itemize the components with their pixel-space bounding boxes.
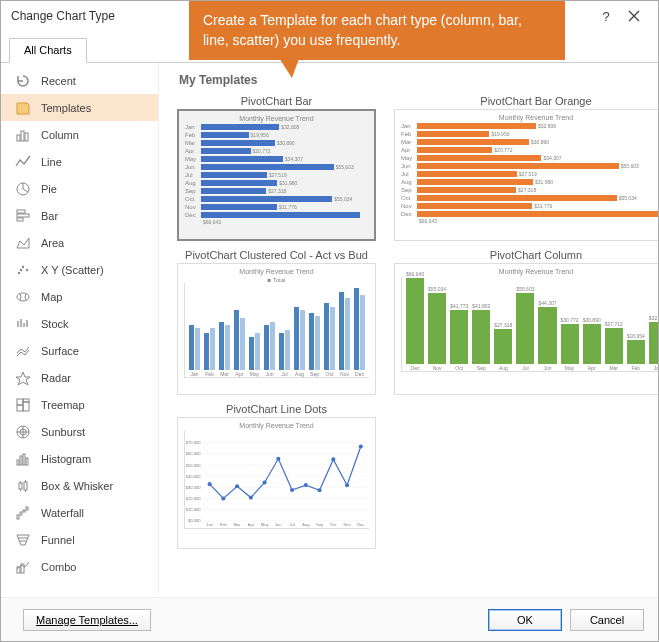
chart-type-icon	[15, 73, 31, 89]
manage-templates-button[interactable]: Manage Templates...	[23, 609, 151, 631]
sidebar-item-box-whisker[interactable]: Box & Whisker	[1, 472, 158, 499]
sidebar-item-waterfall[interactable]: Waterfall	[1, 499, 158, 526]
sidebar-item-column[interactable]: Column	[1, 121, 158, 148]
dialog-footer: Manage Templates... OK Cancel	[1, 597, 658, 641]
template-thumb[interactable]: PivotChart ColumnMonthly Revenue Trend$6…	[394, 249, 658, 395]
sidebar-item-label: Waterfall	[41, 507, 84, 519]
svg-text:$20,000: $20,000	[186, 496, 202, 501]
help-button[interactable]: ?	[592, 2, 620, 30]
svg-rect-5	[17, 214, 29, 217]
svg-text:Apr: Apr	[248, 522, 255, 527]
template-thumb[interactable]: PivotChart Bar OrangeMonthly Revenue Tre…	[394, 95, 658, 241]
svg-rect-15	[17, 405, 23, 411]
sidebar-item-surface[interactable]: Surface	[1, 337, 158, 364]
svg-rect-2	[25, 133, 28, 141]
sidebar-item-label: Combo	[41, 561, 76, 573]
thumb-subtitle: Monthly Revenue Trend	[185, 115, 368, 122]
thumb-title: PivotChart Line Dots	[177, 403, 376, 415]
close-button[interactable]	[620, 2, 648, 30]
sidebar-item-label: Treemap	[41, 399, 85, 411]
template-thumb[interactable]: PivotChart BarMonthly Revenue TrendJan$3…	[177, 95, 376, 241]
sidebar-item-area[interactable]: Area	[1, 229, 158, 256]
sidebar-item-radar[interactable]: Radar	[1, 364, 158, 391]
svg-point-54	[318, 488, 322, 492]
svg-point-50	[263, 480, 267, 484]
chart-type-icon	[15, 424, 31, 440]
sidebar-item-treemap[interactable]: Treemap	[1, 391, 158, 418]
template-thumb[interactable]: PivotChart Line DotsMonthly Revenue Tren…	[177, 403, 376, 549]
svg-text:Jan: Jan	[206, 522, 213, 527]
svg-text:$50,000: $50,000	[186, 463, 202, 468]
svg-rect-14	[23, 402, 29, 411]
thumb-preview: Monthly Revenue Trend$66,643Dec$55,034No…	[394, 263, 658, 395]
svg-text:Jun: Jun	[275, 522, 282, 527]
chart-type-icon	[15, 289, 31, 305]
svg-rect-19	[20, 456, 22, 465]
chart-type-icon	[15, 343, 31, 359]
svg-text:Aug: Aug	[302, 522, 310, 527]
sidebar-item-label: Funnel	[41, 534, 75, 546]
svg-text:$70,000: $70,000	[186, 440, 202, 445]
thumb-title: PivotChart Column	[394, 249, 658, 261]
thumb-preview: Monthly Revenue TrendJan$32,808Feb$19,95…	[394, 109, 658, 241]
cancel-button[interactable]: Cancel	[570, 609, 644, 631]
sidebar-item-histogram[interactable]: Histogram	[1, 445, 158, 472]
sidebar-item-map[interactable]: Map	[1, 283, 158, 310]
sidebar-item-label: X Y (Scatter)	[41, 264, 104, 276]
chart-type-icon	[15, 100, 31, 116]
svg-text:Jul: Jul	[289, 522, 294, 527]
svg-text:Nov: Nov	[343, 522, 351, 527]
sidebar-item-label: Bar	[41, 210, 58, 222]
sidebar-item-stock[interactable]: Stock	[1, 310, 158, 337]
svg-text:$10,000: $10,000	[186, 507, 202, 512]
thumb-subtitle: Monthly Revenue Trend	[184, 268, 369, 275]
svg-point-49	[249, 496, 253, 500]
svg-rect-25	[20, 512, 22, 515]
chart-type-icon	[15, 127, 31, 143]
thumb-title: PivotChart Bar Orange	[394, 95, 658, 107]
svg-point-57	[359, 444, 363, 448]
svg-text:$60,000: $60,000	[186, 451, 202, 456]
svg-rect-18	[17, 460, 19, 465]
annotation-callout: Create a Template for each chart type (c…	[189, 1, 565, 60]
svg-point-51	[276, 457, 280, 461]
chart-type-sidebar: RecentTemplatesColumnLinePieBarAreaX Y (…	[1, 63, 159, 593]
svg-point-53	[304, 483, 308, 487]
sidebar-item-pie[interactable]: Pie	[1, 175, 158, 202]
template-thumb[interactable]: PivotChart Clustered Col - Act vs BudMon…	[177, 249, 376, 395]
sidebar-item-combo[interactable]: Combo	[1, 553, 158, 580]
thumb-subtitle: Monthly Revenue Trend	[184, 422, 369, 429]
sidebar-item-bar[interactable]: Bar	[1, 202, 158, 229]
thumb-title: PivotChart Clustered Col - Act vs Bud	[177, 249, 376, 261]
sidebar-item-sunburst[interactable]: Sunburst	[1, 418, 158, 445]
sidebar-item-x-y-scatter-[interactable]: X Y (Scatter)	[1, 256, 158, 283]
ok-button[interactable]: OK	[488, 609, 562, 631]
thumb-preview: Monthly Revenue Trend$0,000$10,000$20,00…	[177, 417, 376, 549]
sidebar-item-label: Pie	[41, 183, 57, 195]
svg-rect-22	[19, 483, 22, 489]
chart-type-icon	[15, 181, 31, 197]
sidebar-item-label: Line	[41, 156, 62, 168]
sidebar-item-recent[interactable]: Recent	[1, 67, 158, 94]
svg-point-46	[208, 482, 212, 486]
sidebar-item-label: Recent	[41, 75, 76, 87]
svg-rect-24	[17, 515, 19, 519]
tab-all-charts[interactable]: All Charts	[9, 38, 87, 63]
sidebar-item-funnel[interactable]: Funnel	[1, 526, 158, 553]
chart-type-icon	[15, 505, 31, 521]
svg-rect-4	[17, 210, 25, 213]
sidebar-item-line[interactable]: Line	[1, 148, 158, 175]
svg-rect-1	[21, 131, 24, 141]
sidebar-item-label: Map	[41, 291, 62, 303]
thumb-preview: Monthly Revenue Trend■ TotalJanFebMarApr…	[177, 263, 376, 395]
chart-type-icon	[15, 397, 31, 413]
svg-text:$0,000: $0,000	[188, 518, 201, 523]
sidebar-item-label: Area	[41, 237, 64, 249]
svg-text:$30,000: $30,000	[186, 485, 202, 490]
sidebar-item-templates[interactable]: Templates	[1, 94, 158, 121]
svg-point-47	[221, 496, 225, 500]
svg-text:Oct: Oct	[330, 522, 337, 527]
section-title: My Templates	[179, 73, 644, 87]
svg-point-48	[235, 484, 239, 488]
svg-point-9	[26, 268, 28, 270]
